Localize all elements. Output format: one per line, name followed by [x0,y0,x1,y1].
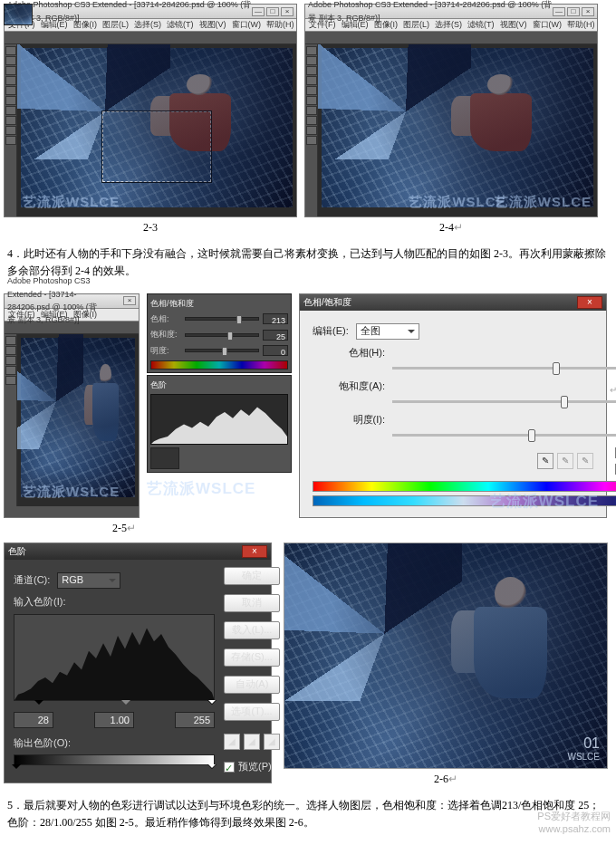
tool-crop[interactable] [5,76,16,85]
menu-edit[interactable]: 编辑(E) [41,19,68,32]
gamma-slider[interactable] [121,700,130,709]
menu-help[interactable]: 帮助(H) [266,19,294,32]
figure [81,360,124,465]
save-button[interactable]: 存储(S)... [224,648,280,667]
menu-image[interactable]: 图像(I) [73,309,98,322]
gamma-input[interactable]: 1.00 [94,712,134,728]
menu-view[interactable]: 视图(V) [500,19,527,32]
tool-crop[interactable] [306,76,317,85]
out-white-slider[interactable] [207,764,217,773]
tool-gradient[interactable] [306,106,317,115]
preset-select[interactable]: 全图 [356,323,419,340]
white-point-slider[interactable] [207,700,217,709]
menu-image[interactable]: 图像(I) [73,19,98,32]
output-gradient[interactable] [14,754,215,765]
ok-button[interactable]: 确定 [224,567,280,585]
layer-thumb[interactable] [150,447,179,469]
tool-move[interactable] [306,46,317,55]
cancel-button[interactable]: 取消 [224,594,280,612]
tool-type[interactable] [5,366,16,375]
menu-select[interactable]: 选择(S) [435,19,462,32]
tool-zoom[interactable] [5,136,16,145]
tool-hand[interactable] [306,126,317,135]
canvas[interactable]: 艺流派WSLCE [17,44,296,216]
light-value[interactable]: 0 [263,345,288,356]
dialog-close-button[interactable]: × [242,545,267,558]
menu-select[interactable]: 选择(S) [134,19,161,32]
tool-type[interactable] [5,116,16,125]
tool-marquee[interactable] [5,56,16,65]
tool-gradient[interactable] [5,106,16,115]
menu-layer[interactable]: 图层(L) [403,19,429,32]
close-button[interactable]: × [281,7,294,16]
menu-file[interactable]: 文件(F) [309,19,336,32]
black-input[interactable]: 28 [14,712,53,728]
minimize-button[interactable]: — [553,7,565,16]
options-button[interactable]: 选项(T)... [224,703,280,721]
tool-lasso[interactable] [306,66,317,75]
white-input[interactable]: 255 [175,712,215,728]
tool-type[interactable] [306,116,317,125]
menu-view[interactable]: 视图(V) [199,19,226,32]
maximize-button[interactable]: □ [266,7,279,16]
tool-eraser[interactable] [5,356,16,365]
transform-selection[interactable] [102,111,211,181]
menu-help[interactable]: 帮助(H) [567,19,595,32]
menu-window[interactable]: 窗口(W) [533,19,563,32]
dialog-close-button[interactable]: × [577,296,602,309]
menu-layer[interactable]: 图层(L) [102,19,129,32]
tool-lasso[interactable] [5,66,16,75]
menu-edit[interactable]: 编辑(E) [342,19,369,32]
sat-slider[interactable] [392,400,616,403]
light-slider[interactable] [392,434,616,437]
channel-select[interactable]: RGB [57,572,120,589]
panel-title: 色阶 [150,379,288,391]
auto-button[interactable]: 自动(A) [224,676,280,694]
layer-thumb[interactable] [4,4,33,25]
tool-eraser[interactable] [5,96,16,105]
dialog-titlebar: 色相/饱和度 × [300,294,606,311]
tool-move[interactable] [5,336,16,345]
canvas[interactable]: 艺流派WSLCE [17,334,139,506]
eyedropper-icon[interactable]: ✎ [537,453,553,469]
out-black-slider[interactable] [12,764,21,773]
menu-filter[interactable]: 滤镜(T) [167,19,194,32]
sat-value[interactable]: 25 [263,330,288,341]
canvas[interactable]: 艺流派WSLCE 艺流派WSLCE [318,44,597,216]
menu-window[interactable]: 窗口(W) [232,19,262,32]
black-point-slider[interactable] [34,700,43,709]
close-button[interactable]: × [123,296,136,305]
hue-value[interactable]: 213 [263,313,288,324]
menu-image[interactable]: 图像(I) [374,19,399,32]
menu-file[interactable]: 文件(F) [8,309,35,322]
figure-arm [84,385,96,425]
black-eyedropper-icon[interactable]: ◢ [224,734,240,750]
maximize-button[interactable]: □ [567,7,580,16]
gray-eyedropper-icon[interactable]: ◢ [244,734,260,750]
load-button[interactable]: 载入(L)... [224,621,280,639]
tool-brush[interactable] [5,346,16,355]
tool-zoom[interactable] [306,136,317,145]
hue-slider[interactable] [392,367,616,370]
tool-marquee[interactable] [306,56,317,65]
minimize-button[interactable]: — [252,7,265,16]
tool-move[interactable] [5,46,16,55]
hue-slider[interactable] [185,317,259,321]
menu-filter[interactable]: 滤镜(T) [467,19,495,32]
tool-brush[interactable] [5,86,16,95]
tool-eraser[interactable] [306,96,317,105]
tool-zoom[interactable] [5,376,16,385]
preview-checkbox[interactable]: 预览(P) [224,759,280,775]
eyedropper-minus-icon[interactable]: ✎ [577,453,593,469]
adjustment-panels: 色相/饱和度 色相: 213 饱和度: 25 明度: 0 色阶 [147,293,292,518]
menu-edit[interactable]: 编辑(E) [41,309,68,322]
close-button[interactable]: × [582,7,594,16]
tool-hand[interactable] [5,126,16,135]
tool-brush[interactable] [306,86,317,95]
eyedropper-plus-icon[interactable]: ✎ [557,453,573,469]
caption-2-6: 2-6↵ [434,771,457,788]
white-eyedropper-icon[interactable]: ◢ [264,734,280,750]
window-titlebar: Adobe Photoshop CS3 Extended - [33714-28… [305,5,597,19]
sat-slider[interactable] [185,333,259,337]
light-slider[interactable] [185,349,259,352]
